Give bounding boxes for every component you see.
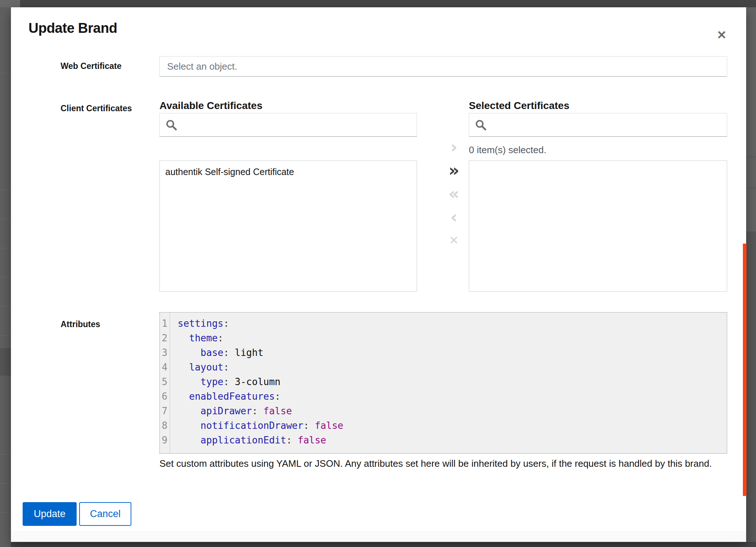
code-line: type: 3-column — [178, 375, 727, 389]
transfer-controls: ›»«‹✕ — [434, 138, 474, 255]
available-certificates-title: Available Certificates — [159, 100, 262, 112]
code-line-numbers: 123456789 — [160, 313, 170, 453]
code-line: apiDrawer: false — [178, 404, 727, 418]
attributes-code-editor[interactable]: 123456789 settings: theme: base: light l… — [159, 312, 727, 454]
move-selected-right-button: › — [434, 138, 474, 156]
modal-title: Update Brand — [28, 20, 117, 36]
backdrop-right-upper — [746, 7, 756, 232]
update-button[interactable]: Update — [23, 502, 77, 526]
cancel-button[interactable]: Cancel — [79, 502, 131, 526]
screen: Update Brand ✕ Web Certificate Client Ce… — [0, 0, 756, 547]
attributes-label: Attributes — [61, 319, 100, 329]
backdrop-top-left — [0, 0, 20, 7]
code-line: applicationEdit: false — [178, 433, 727, 447]
backdrop-top-bar — [20, 0, 756, 7]
code-line: base: light — [178, 345, 727, 360]
backdrop-sidebar — [0, 7, 11, 542]
close-icon[interactable]: ✕ — [713, 26, 730, 44]
modal-footer-strip — [11, 531, 746, 542]
selected-search — [469, 113, 727, 137]
web-certificate-select[interactable] — [159, 56, 727, 77]
backdrop-right-divider — [746, 157, 756, 157]
available-search-input[interactable] — [159, 113, 417, 137]
code-content: settings: theme: base: light layout: typ… — [170, 313, 727, 453]
backdrop-right-lower — [746, 232, 756, 542]
available-certificates-list: authentik Self-signed Certificate — [159, 160, 417, 292]
code-line: settings: — [178, 316, 727, 331]
attributes-help-text: Set custom attributes using YAML or JSON… — [159, 458, 721, 469]
backdrop-accent-bar — [743, 244, 747, 496]
code-line: enabledFeatures: — [178, 389, 727, 404]
move-selected-left-button: ‹ — [434, 208, 474, 226]
code-line: layout: — [178, 360, 727, 375]
selected-certificates-list — [469, 160, 727, 292]
backdrop-bottom-bar — [11, 542, 756, 547]
web-certificate-label: Web Certificate — [61, 61, 122, 71]
code-line: notificationDrawer: false — [178, 418, 727, 433]
backdrop-right-divider — [746, 188, 756, 188]
update-brand-modal: Update Brand ✕ Web Certificate Client Ce… — [11, 7, 746, 542]
selected-search-input[interactable] — [469, 113, 727, 137]
code-line: theme: — [178, 331, 727, 345]
available-search — [159, 113, 417, 137]
move-all-left-button: « — [434, 185, 474, 203]
backdrop-bottom-left — [0, 542, 11, 547]
selected-certificates-title: Selected Certificates — [469, 100, 569, 112]
move-all-right-button[interactable]: » — [434, 161, 474, 179]
clear-selected-button: ✕ — [434, 231, 474, 249]
selected-status: 0 item(s) selected. — [469, 144, 546, 156]
certificate-list-item[interactable]: authentik Self-signed Certificate — [160, 161, 417, 177]
client-certificates-label: Client Certificates — [61, 104, 132, 113]
